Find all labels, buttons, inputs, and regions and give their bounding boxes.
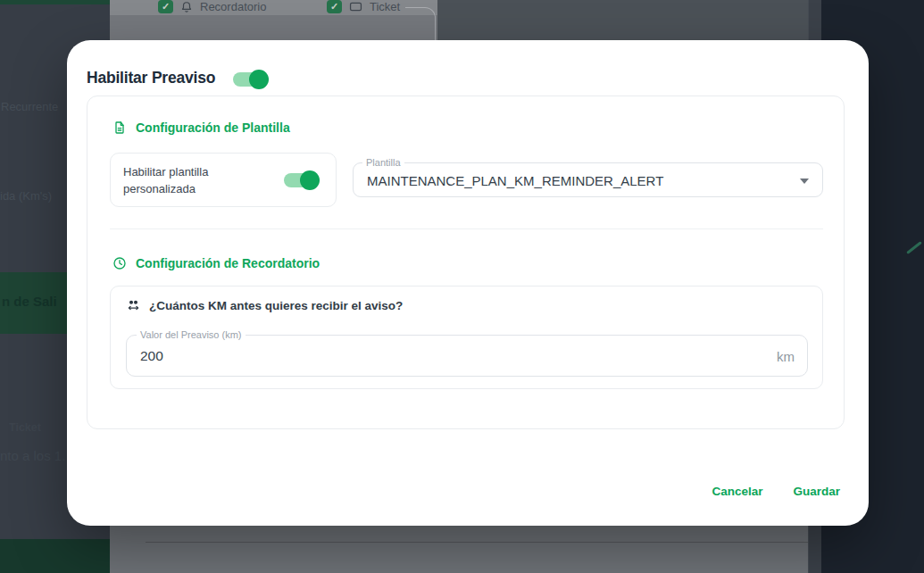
backdrop-option-ticket: ✓ Ticket [327, 0, 400, 13]
backdrop-card-corner [405, 7, 436, 40]
backdrop-text-nto: nto a los 1. [0, 448, 65, 463]
save-button[interactable]: Guardar [791, 481, 842, 502]
backdrop-option-recordatorio: ✓ Recordatorio [158, 0, 266, 13]
preaviso-value-field: Valor del Preaviso (km) km [126, 335, 808, 377]
file-icon [112, 120, 127, 135]
distance-icon [127, 299, 140, 312]
backdrop-option-label: Ticket [370, 0, 400, 13]
checkbox-checked-icon[interactable]: ✓ [327, 0, 342, 13]
custom-template-toggle-label: Habilitar plantilla personalizada [123, 163, 248, 197]
backdrop-text-recurrente: Recurrente [1, 100, 58, 113]
plantilla-select-label: Plantilla [362, 157, 404, 168]
backdrop-text-ticket: Ticket [9, 421, 41, 434]
section-title: Configuración de Recordatorio [136, 256, 320, 270]
backdrop-bottom-green-band [0, 539, 110, 573]
reminder-settings-card: ¿Cuántos KM antes quieres recibir el avi… [110, 286, 823, 389]
clock-icon [112, 256, 127, 270]
backdrop-salida-header-text: n de Sali [2, 294, 57, 309]
section-divider [110, 228, 823, 229]
plantilla-select-value: MAINTENANCE_PLAN_KM_REMINDER_ALERT [367, 172, 663, 187]
plantilla-select[interactable]: Plantilla MAINTENANCE_PLAN_KM_REMINDER_A… [353, 162, 823, 197]
backdrop-top-green-strip [0, 0, 110, 4]
backdrop-dialog-divider [146, 542, 808, 543]
ticket-icon [349, 1, 362, 12]
toggle-thumb [300, 170, 320, 190]
bell-icon [180, 1, 193, 13]
modal-actions: Cancelar Guardar [710, 481, 842, 502]
chevron-down-icon[interactable] [800, 179, 809, 184]
preaviso-modal: Habilitar Preaviso Configuración de Plan… [67, 40, 869, 526]
custom-template-toggle-card: Habilitar plantilla personalizada [110, 153, 337, 207]
km-suffix: km [777, 348, 795, 363]
cancel-button[interactable]: Cancelar [710, 481, 764, 502]
settings-card: Configuración de Plantilla Habilitar pla… [87, 96, 845, 429]
backdrop-edit-mark [906, 241, 922, 254]
preaviso-toggle[interactable] [233, 70, 269, 89]
backdrop-option-label: Recordatorio [200, 0, 266, 13]
custom-template-toggle[interactable] [284, 170, 320, 190]
template-section-header: Configuración de Plantilla [112, 120, 290, 135]
reminder-section-header: Configuración de Recordatorio [112, 256, 320, 270]
backdrop-dialog-toprow-lower [110, 15, 437, 40]
preaviso-value-label: Valor del Preaviso (km) [137, 329, 246, 340]
screen: Recurrente ida (Km's) n de Sali Ticket n… [0, 0, 924, 573]
modal-title: Habilitar Preaviso [87, 69, 215, 87]
preaviso-value-input[interactable] [140, 348, 676, 364]
toggle-thumb [249, 70, 269, 89]
checkbox-checked-icon[interactable]: ✓ [158, 0, 173, 13]
backdrop-text-ida-kms: ida (Km's) [0, 189, 52, 203]
section-title: Configuración de Plantilla [136, 120, 290, 135]
reminder-question: ¿Cuántos KM antes quieres recibir el avi… [149, 299, 403, 312]
reminder-question-row: ¿Cuántos KM antes quieres recibir el avi… [127, 299, 403, 312]
